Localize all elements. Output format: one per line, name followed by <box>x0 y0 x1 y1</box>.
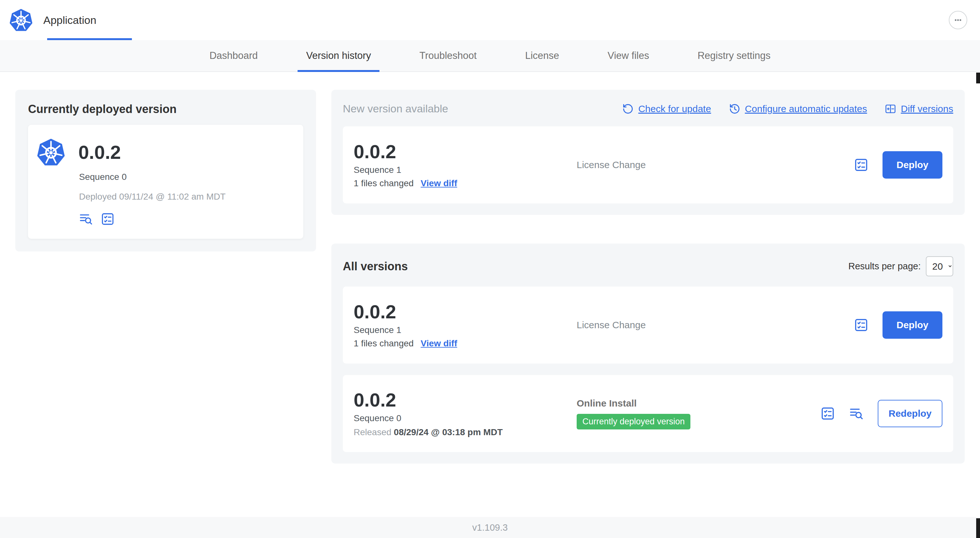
refresh-icon <box>622 103 634 114</box>
console-footer: v1.109.3 <box>0 517 980 538</box>
sequence-label: Sequence 1 <box>354 325 558 335</box>
new-version-available-card: New version available Check for update C… <box>331 90 965 215</box>
new-version-row: 0.0.2 Sequence 1 1 files changed View di… <box>343 126 953 203</box>
version-row-sequence-0: 0.0.2 Sequence 0 Released 08/29/24 @ 03:… <box>343 375 953 452</box>
sequence-label: Sequence 1 <box>354 165 558 175</box>
tab-license[interactable]: License <box>525 40 559 71</box>
version-row-sequence-1: 0.0.2 Sequence 1 1 files changed View di… <box>343 287 953 363</box>
deploy-button[interactable]: Deploy <box>883 311 942 339</box>
view-diff-link[interactable]: View diff <box>420 178 457 189</box>
schedule-update-icon <box>729 103 740 114</box>
configure-automatic-updates-link[interactable]: Configure automatic updates <box>729 103 867 114</box>
tab-registry-settings[interactable]: Registry settings <box>697 40 770 71</box>
release-notes-icon[interactable] <box>79 212 93 226</box>
view-diff-link[interactable]: View diff <box>420 338 457 349</box>
version-number: 0.0.2 <box>354 302 558 322</box>
app-icon <box>36 138 66 167</box>
current-sequence-label: Sequence 0 <box>79 172 292 182</box>
app-title[interactable]: Application <box>43 14 96 26</box>
currently-deployed-version-card: 0.0.2 Sequence 0 Deployed 09/11/24 @ 11:… <box>28 125 303 239</box>
new-version-available-title: New version available <box>343 103 448 115</box>
app-tab-bar: Dashboard Version history Troubleshoot L… <box>0 40 980 72</box>
version-history-page: Currently deployed version 0.0.2 Sequenc… <box>0 72 980 517</box>
released-timestamp: Released 08/29/24 @ 03:18 pm MDT <box>354 427 558 437</box>
preflight-checks-icon[interactable] <box>820 406 835 421</box>
version-source-block: Online Install Currently deployed versio… <box>577 398 820 429</box>
scrollbar-thumb[interactable] <box>976 73 980 83</box>
currently-deployed-badge: Currently deployed version <box>577 414 690 429</box>
currently-deployed-title: Currently deployed version <box>28 103 303 116</box>
top-header: Application <box>0 0 980 40</box>
ellipsis-icon <box>953 15 963 25</box>
scrollbar-thumb[interactable] <box>976 518 980 538</box>
diff-icon <box>885 103 896 114</box>
current-version-number: 0.0.2 <box>78 142 121 162</box>
diff-versions-link[interactable]: Diff versions <box>885 103 953 114</box>
sequence-label: Sequence 0 <box>354 413 558 424</box>
tab-dashboard[interactable]: Dashboard <box>209 40 258 71</box>
app-brand[interactable]: Application <box>9 0 96 40</box>
tab-troubleshoot[interactable]: Troubleshoot <box>419 40 477 71</box>
preflight-checks-icon[interactable] <box>854 157 869 172</box>
overflow-menu-button[interactable] <box>949 11 967 29</box>
version-number: 0.0.2 <box>354 390 558 410</box>
check-for-update-link[interactable]: Check for update <box>622 103 711 114</box>
release-notes-icon[interactable] <box>849 406 864 421</box>
files-changed-label: 1 files changed <box>354 178 414 189</box>
files-changed-label: 1 files changed <box>354 338 414 349</box>
all-versions-card: All versions Results per page: 20 0.0.2 … <box>331 244 965 463</box>
version-number: 0.0.2 <box>354 142 558 162</box>
preflight-checks-icon[interactable] <box>101 212 115 226</box>
preflight-checks-icon[interactable] <box>854 318 869 332</box>
app-active-underline <box>47 38 132 40</box>
tab-view-files[interactable]: View files <box>608 40 649 71</box>
version-source-label: Online Install <box>577 398 820 409</box>
all-versions-title: All versions <box>343 260 408 273</box>
current-deployed-timestamp: Deployed 09/11/24 @ 11:02 am MDT <box>79 192 292 202</box>
redeploy-button[interactable]: Redeploy <box>878 400 942 427</box>
kubernetes-logo-icon <box>9 8 33 32</box>
console-version-label: v1.109.3 <box>472 522 508 533</box>
results-per-page-label: Results per page: <box>848 261 921 271</box>
currently-deployed-card: Currently deployed version 0.0.2 Sequenc… <box>15 90 316 251</box>
version-source-label: License Change <box>577 320 854 330</box>
results-per-page-select[interactable]: 20 <box>926 256 953 276</box>
tab-version-history[interactable]: Version history <box>306 40 371 71</box>
deploy-button[interactable]: Deploy <box>883 151 942 179</box>
version-source-label: License Change <box>577 159 854 170</box>
